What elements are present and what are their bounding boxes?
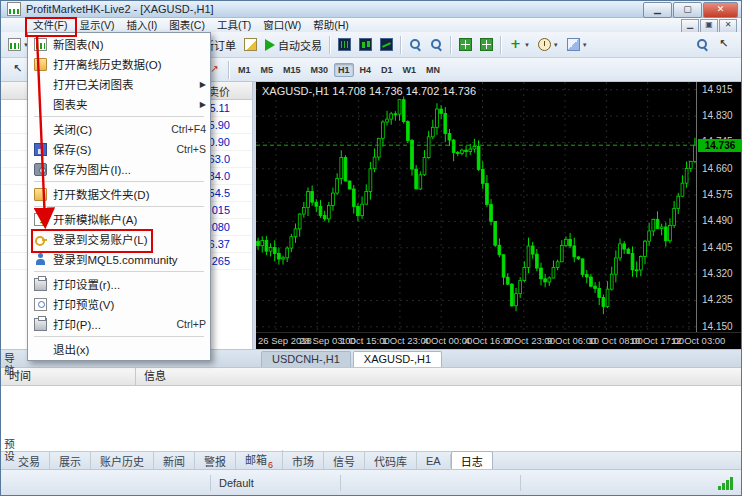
timeframe-m30-button[interactable]: M30 xyxy=(307,63,333,77)
timeframe-m1-button[interactable]: M1 xyxy=(234,63,255,77)
terminal-tab[interactable]: 信号 xyxy=(324,452,365,470)
menubar-item-1[interactable]: 文件(F) xyxy=(27,18,73,32)
key-icon xyxy=(33,233,47,246)
metaeditor-button[interactable] xyxy=(241,34,260,56)
file-menu-item[interactable]: 打印设置(r)... xyxy=(28,274,210,294)
printer-icon xyxy=(33,278,47,291)
terminal-tab[interactable]: 新闻 xyxy=(154,452,195,470)
price-tick-label: 14.830 xyxy=(702,110,733,121)
file-menu-item[interactable]: 打开数据文件夹(D) xyxy=(28,184,210,204)
connection-bars-icon xyxy=(717,476,733,490)
price-chart[interactable] xyxy=(256,82,697,333)
menu-item-label: 开新模拟帐户(A) xyxy=(53,211,206,227)
price-axis[interactable]: 14.91514.83014.74514.66014.57514.49014.4… xyxy=(696,82,742,333)
child-restore-button[interactable]: ▣ xyxy=(700,19,718,33)
file-menu-item[interactable]: 保存(S)Ctrl+S xyxy=(28,139,210,159)
file-menu-item[interactable]: 新图表(N) xyxy=(28,34,210,54)
terminal-tab[interactable]: 邮箱6 xyxy=(236,450,283,470)
auto-arrange-button[interactable] xyxy=(477,34,496,56)
maximize-button[interactable]: ▢ xyxy=(673,2,702,18)
menu-item-label: 打开数据文件夹(D) xyxy=(53,186,206,202)
file-menu-item[interactable]: 开新模拟帐户(A) xyxy=(28,209,210,229)
minimize-button[interactable]: ▁ xyxy=(643,2,672,18)
profile-indicator[interactable]: Default xyxy=(211,475,341,491)
file-menu-item[interactable]: 打开已关闭图表▶ xyxy=(28,74,210,94)
status-spacer xyxy=(521,475,717,491)
chevron-down-icon: ▼ xyxy=(582,42,588,48)
menubar-item-5[interactable]: 工具(T) xyxy=(211,18,257,32)
cursor-button[interactable] xyxy=(8,59,27,81)
templates-button[interactable]: ▼ xyxy=(564,34,591,56)
terminal-tab[interactable]: 警报 xyxy=(195,452,236,470)
terminal-tab[interactable]: EA xyxy=(417,454,451,468)
close-button[interactable]: ✕ xyxy=(703,2,738,18)
indicators-button[interactable]: ▼ xyxy=(506,34,533,56)
terminal-tab[interactable]: 日志 xyxy=(451,451,493,471)
file-menu-item[interactable]: 登录到交易账户(L) xyxy=(28,229,210,249)
file-menu-item[interactable]: 图表夹▶ xyxy=(28,94,210,114)
account-icon xyxy=(33,213,47,226)
menubar-item-4[interactable]: 图表(C) xyxy=(163,18,211,32)
periods-button[interactable]: ▼ xyxy=(535,34,562,56)
menu-item-label: 打印(P)... xyxy=(53,316,171,332)
chevron-down-icon: ▼ xyxy=(524,42,530,48)
timeframe-w1-button[interactable]: W1 xyxy=(399,63,421,77)
terminal-tab[interactable]: 账户历史 xyxy=(91,452,154,470)
submenu-arrow-icon: ▶ xyxy=(200,80,206,89)
menu-shortcut: Ctrl+S xyxy=(177,143,206,155)
timeframe-h1-button[interactable]: H1 xyxy=(334,63,354,77)
terminal-tab[interactable]: 市场 xyxy=(283,452,324,470)
zoom-out-button[interactable] xyxy=(427,34,446,56)
chart-window[interactable]: XAGUSD-,H1 14.708 14.736 14.702 14.736 1… xyxy=(253,82,742,349)
menu-bar: ▁ ▣ ✕ 文件(F)显示(V)插入(I)图表(C)工具(T)窗口(W)帮助(H… xyxy=(1,18,741,32)
file-menu-item[interactable]: 登录到MQL5.community xyxy=(28,249,210,269)
file-menu-item[interactable]: 关闭(C)Ctrl+F4 xyxy=(28,119,210,139)
search-button[interactable] xyxy=(693,34,712,56)
timeframe-m5-button[interactable]: M5 xyxy=(257,63,278,77)
terminal-tab[interactable]: 代码库 xyxy=(365,452,417,470)
autotrading-button[interactable]: 自动交易 xyxy=(262,34,325,56)
periods-icon xyxy=(538,38,551,51)
chart-tab-xagusdh1[interactable]: XAGUSD-,H1 xyxy=(353,351,442,367)
candle-chart-mode-button[interactable] xyxy=(356,34,375,56)
pointer-button[interactable] xyxy=(714,34,733,56)
timeframe-m15-button[interactable]: M15 xyxy=(279,63,305,77)
time-column-header[interactable]: 时间 xyxy=(1,368,136,385)
printer-icon xyxy=(33,318,47,331)
file-menu-item[interactable]: 保存为图片(I)... xyxy=(28,159,210,179)
status-help-cell xyxy=(1,475,211,491)
menu-separator xyxy=(34,336,204,337)
menubar-item-6[interactable]: 窗口(W) xyxy=(257,18,307,32)
metaeditor-icon xyxy=(244,38,257,51)
price-tick-label: 14.235 xyxy=(702,294,733,305)
tile-windows-button[interactable] xyxy=(456,34,475,56)
menu-separator xyxy=(34,116,204,117)
child-minimize-button[interactable]: ▁ xyxy=(681,19,699,33)
file-menu-item[interactable]: 打印(P)...Ctrl+P xyxy=(28,314,210,334)
chart-tab-usdcnhh1[interactable]: USDCNH-,H1 xyxy=(261,351,351,367)
message-column-header[interactable]: 信息 xyxy=(136,368,742,385)
line-chart-mode-button[interactable] xyxy=(377,34,396,56)
navigator-vertical-tab[interactable]: 导航 xyxy=(2,353,17,376)
terminal-column-headers: 时间 信息 xyxy=(1,368,742,386)
file-menu-item[interactable]: 打印预览(V) xyxy=(28,294,210,314)
timeframe-mn-button[interactable]: MN xyxy=(422,63,444,77)
zoom-in-button[interactable] xyxy=(406,34,425,56)
submenu-arrow-icon: ▶ xyxy=(200,100,206,109)
presets-vertical-tab[interactable]: 预设 xyxy=(2,439,17,462)
menubar-item-7[interactable]: 帮助(H) xyxy=(307,18,355,32)
timeframe-h4-button[interactable]: H4 xyxy=(356,63,376,77)
file-menu-item[interactable]: 打开离线历史数据(O) xyxy=(28,54,210,74)
menubar-item-2[interactable]: 显示(V) xyxy=(73,18,120,32)
terminal-tab[interactable]: 展示 xyxy=(50,452,91,470)
file-menu-item[interactable]: 退出(x) xyxy=(28,339,210,359)
menubar-item-3[interactable]: 插入(I) xyxy=(120,18,163,32)
menu-item-label: 打开离线历史数据(O) xyxy=(53,56,206,72)
price-tick-label: 14.575 xyxy=(702,189,733,200)
zoom-out-icon xyxy=(430,38,443,51)
menu-shortcut: Ctrl+F4 xyxy=(171,123,206,135)
timeframe-d1-button[interactable]: D1 xyxy=(377,63,397,77)
time-axis[interactable]: 26 Sep 201828 Sep 03:001 Oct 15:001 Oct … xyxy=(256,332,742,349)
child-close-button[interactable]: ✕ xyxy=(719,19,737,33)
bar-chart-mode-button[interactable] xyxy=(335,34,354,56)
